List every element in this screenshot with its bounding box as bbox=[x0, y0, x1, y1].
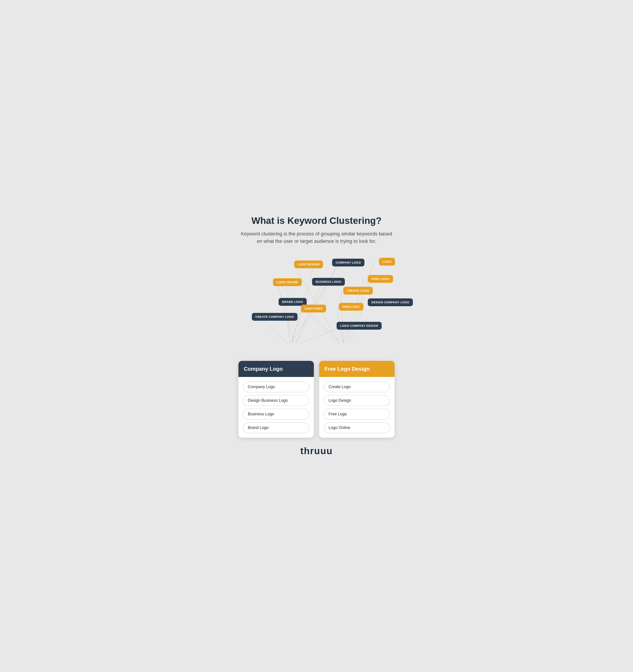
keyword-tag-own-logo: OWN LOGO bbox=[339, 303, 363, 311]
svg-line-3 bbox=[296, 283, 322, 343]
cluster-item: Company Logo bbox=[243, 381, 309, 392]
svg-line-12 bbox=[279, 282, 337, 343]
keyword-tag-company-logo-tag: COMPANY LOGO bbox=[332, 259, 364, 266]
cluster-item: Business Logo bbox=[243, 409, 309, 419]
keyword-tag-create-logo: CREATE LOGO bbox=[343, 287, 373, 295]
keyword-tag-logo-online: LOGO ONLINE bbox=[273, 278, 302, 286]
svg-line-6 bbox=[259, 317, 288, 343]
svg-line-4 bbox=[286, 302, 290, 343]
keyword-tag-free-logo: FREE LOGO bbox=[368, 275, 393, 283]
cluster-item: Create Logo bbox=[324, 381, 390, 392]
keyword-tag-create-company-logo: CREATE COMPANY LOGO bbox=[252, 313, 298, 321]
page-title: What is Keyword Clustering? bbox=[238, 216, 395, 226]
clusters-container: Company LogoCompany LogoDesign Business … bbox=[238, 361, 395, 438]
cluster-item: Brand Logo bbox=[243, 422, 309, 433]
svg-line-11 bbox=[341, 291, 343, 343]
page-subtitle: Keyword clustering is the process of gro… bbox=[238, 230, 395, 245]
keyword-tag-logo-design: LOGO DESIGN bbox=[294, 261, 323, 268]
cluster-item: Design Business Logo bbox=[243, 395, 309, 406]
keyword-tag-business-logo: BUSINESS LOGO bbox=[312, 278, 345, 286]
cluster-company-logo-cluster: Company LogoCompany LogoDesign Business … bbox=[238, 361, 314, 438]
svg-line-15 bbox=[306, 309, 341, 343]
brand-name: thruuu bbox=[300, 446, 333, 456]
keyword-tag-logo: LOGO bbox=[379, 258, 395, 266]
svg-line-16 bbox=[343, 330, 347, 343]
cluster-free-logo-cluster: Free Logo DesignCreate LogoLogo DesignFr… bbox=[319, 361, 395, 438]
cluster-header-company-logo-cluster: Company Logo bbox=[238, 361, 314, 377]
cluster-body-free-logo-cluster: Create LogoLogo DesignFree LogoLogo Onli… bbox=[319, 377, 395, 438]
cluster-item: Logo Online bbox=[324, 422, 390, 433]
cluster-header-free-logo-cluster: Free Logo Design bbox=[319, 361, 395, 377]
keyword-tag-logo-free: LOGO FREE bbox=[301, 305, 326, 312]
page-container: What is Keyword Clustering? Keyword clus… bbox=[232, 207, 401, 465]
cluster-item: Free Logo bbox=[324, 409, 390, 419]
keyword-tag-logo-company-design: LOGO COMPANY DESIGN bbox=[336, 322, 382, 330]
cluster-item: Logo Design bbox=[324, 395, 390, 406]
cluster-body-company-logo-cluster: Company LogoDesign Business LogoBusiness… bbox=[238, 377, 314, 438]
brand-footer: thruuu bbox=[238, 446, 395, 456]
keyword-tag-design-company-logo: DESIGN COMPANY LOGO bbox=[368, 298, 413, 306]
keyword-cloud: LOGO DESIGNCOMPANY LOGOLOGOLOGO ONLINEBU… bbox=[238, 254, 395, 356]
